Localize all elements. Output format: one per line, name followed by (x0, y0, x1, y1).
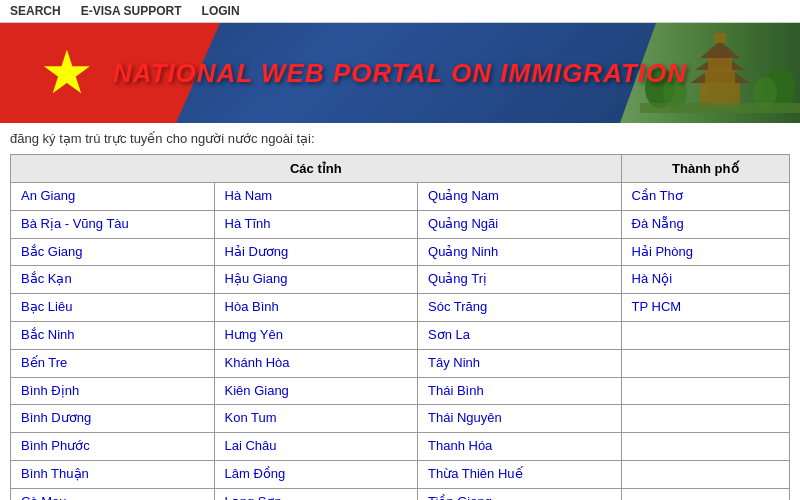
province-link[interactable]: Hà Nam (225, 186, 408, 207)
province-col1-cell: Bình Dương (11, 405, 215, 433)
top-navigation: SEARCH E-VISA SUPPORT LOGIN (0, 0, 800, 23)
province-col1-cell: Bạc Liêu (11, 294, 215, 322)
city-cell (621, 349, 789, 377)
page-subtitle: đăng ký tạm trú trực tuyến cho người nướ… (0, 123, 800, 154)
province-link[interactable]: Bắc Ninh (21, 325, 204, 346)
province-col1-cell: Bình Phước (11, 433, 215, 461)
province-link[interactable]: Bình Phước (21, 436, 204, 457)
province-link[interactable]: Bắc Giang (21, 242, 204, 263)
city-cell (621, 433, 789, 461)
banner-title: NATIONAL WEB PORTAL ON IMMIGRATION (113, 58, 687, 89)
city-cell (621, 460, 789, 488)
province-col3-cell: Thái Nguyên (418, 405, 622, 433)
province-col2-cell: Lâm Đồng (214, 460, 418, 488)
province-link[interactable]: Tiền Giang (428, 492, 611, 500)
province-link[interactable]: Hải Dương (225, 242, 408, 263)
city-link[interactable]: Hà Nội (632, 269, 779, 290)
province-link[interactable]: Bình Định (21, 381, 204, 402)
province-col2-cell: Hải Dương (214, 238, 418, 266)
svg-marker-5 (700, 41, 740, 58)
province-link[interactable]: Kiên Giang (225, 381, 408, 402)
city-cell: TP HCM (621, 294, 789, 322)
province-link[interactable]: Sóc Trăng (428, 297, 611, 318)
province-link[interactable]: Hưng Yên (225, 325, 408, 346)
province-col2-cell: Hà Tĩnh (214, 210, 418, 238)
city-cell: Cần Thơ (621, 183, 789, 211)
province-col3-cell: Tây Ninh (418, 349, 622, 377)
province-col1-cell: Bà Rịa - Vũng Tàu (11, 210, 215, 238)
province-link[interactable]: Sơn La (428, 325, 611, 346)
province-col1-cell: Bắc Giang (11, 238, 215, 266)
province-link[interactable]: Thanh Hóa (428, 436, 611, 457)
city-link[interactable]: TP HCM (632, 297, 779, 318)
province-col3-cell: Thái Bình (418, 377, 622, 405)
svg-rect-4 (708, 56, 732, 71)
province-col2-cell: Lạng Sơn (214, 488, 418, 500)
province-col3-cell: Quảng Nam (418, 183, 622, 211)
province-col3-cell: Thừa Thiên Huế (418, 460, 622, 488)
city-link[interactable]: Đà Nẵng (632, 214, 779, 235)
province-link[interactable]: Quảng Ninh (428, 242, 611, 263)
login-link[interactable]: LOGIN (202, 4, 240, 18)
province-link[interactable]: Bến Tre (21, 353, 204, 374)
province-col3-cell: Thanh Hóa (418, 433, 622, 461)
province-link[interactable]: Bình Thuận (21, 464, 204, 485)
province-col2-cell: Lai Châu (214, 433, 418, 461)
star-icon: ★ (40, 43, 94, 103)
province-col3-cell: Sóc Trăng (418, 294, 622, 322)
province-col1-cell: Bến Tre (11, 349, 215, 377)
province-link[interactable]: Bình Dương (21, 408, 204, 429)
province-link[interactable]: Bà Rịa - Vũng Tàu (21, 214, 204, 235)
province-link[interactable]: Quảng Trị (428, 269, 611, 290)
province-col1-cell: Bình Thuận (11, 460, 215, 488)
city-cell (621, 405, 789, 433)
province-link[interactable]: Lạng Sơn (225, 492, 408, 500)
province-link[interactable]: Quảng Ngãi (428, 214, 611, 235)
province-link[interactable]: Lai Châu (225, 436, 408, 457)
province-col3-cell: Quảng Ngãi (418, 210, 622, 238)
province-col2-cell: Kon Tum (214, 405, 418, 433)
provinces-header: Các tỉnh (11, 155, 622, 183)
province-link[interactable]: An Giang (21, 186, 204, 207)
province-col1-cell: Cà Mau (11, 488, 215, 500)
province-link[interactable]: Hà Tĩnh (225, 214, 408, 235)
city-link[interactable]: Hải Phòng (632, 242, 779, 263)
city-cell: Hà Nội (621, 266, 789, 294)
province-link[interactable]: Lâm Đồng (225, 464, 408, 485)
search-link[interactable]: SEARCH (10, 4, 61, 18)
province-col3-cell: Quảng Trị (418, 266, 622, 294)
province-col2-cell: Kiên Giang (214, 377, 418, 405)
province-link[interactable]: Bạc Liêu (21, 297, 204, 318)
city-cell (621, 488, 789, 500)
province-link[interactable]: Thừa Thiên Huế (428, 464, 611, 485)
svg-rect-6 (714, 33, 726, 43)
province-col1-cell: An Giang (11, 183, 215, 211)
province-link[interactable]: Hậu Giang (225, 269, 408, 290)
city-cell (621, 321, 789, 349)
province-link[interactable]: Quảng Nam (428, 186, 611, 207)
province-col2-cell: Hậu Giang (214, 266, 418, 294)
province-link[interactable]: Bắc Kạn (21, 269, 204, 290)
provinces-table: Các tỉnh Thành phố An GiangHà NamQuảng N… (10, 154, 790, 500)
provinces-table-container: Các tỉnh Thành phố An GiangHà NamQuảng N… (0, 154, 800, 500)
province-link[interactable]: Tây Ninh (428, 353, 611, 374)
province-col1-cell: Bắc Kạn (11, 266, 215, 294)
province-col2-cell: Hà Nam (214, 183, 418, 211)
province-col1-cell: Bắc Ninh (11, 321, 215, 349)
province-col2-cell: Hưng Yên (214, 321, 418, 349)
cities-header: Thành phố (621, 155, 789, 183)
city-link[interactable]: Cần Thơ (632, 186, 779, 207)
province-link[interactable]: Cà Mau (21, 492, 204, 500)
province-link[interactable]: Hòa Bình (225, 297, 408, 318)
province-link[interactable]: Kon Tum (225, 408, 408, 429)
evisa-link[interactable]: E-VISA SUPPORT (81, 4, 182, 18)
province-link[interactable]: Thái Bình (428, 381, 611, 402)
province-col3-cell: Tiền Giang (418, 488, 622, 500)
city-cell (621, 377, 789, 405)
province-link[interactable]: Khánh Hòa (225, 353, 408, 374)
province-col2-cell: Hòa Bình (214, 294, 418, 322)
city-cell: Hải Phòng (621, 238, 789, 266)
banner: ★ NATIONAL WEB PORTAL ON IMMIGRATION (0, 23, 800, 123)
province-link[interactable]: Thái Nguyên (428, 408, 611, 429)
province-col3-cell: Quảng Ninh (418, 238, 622, 266)
